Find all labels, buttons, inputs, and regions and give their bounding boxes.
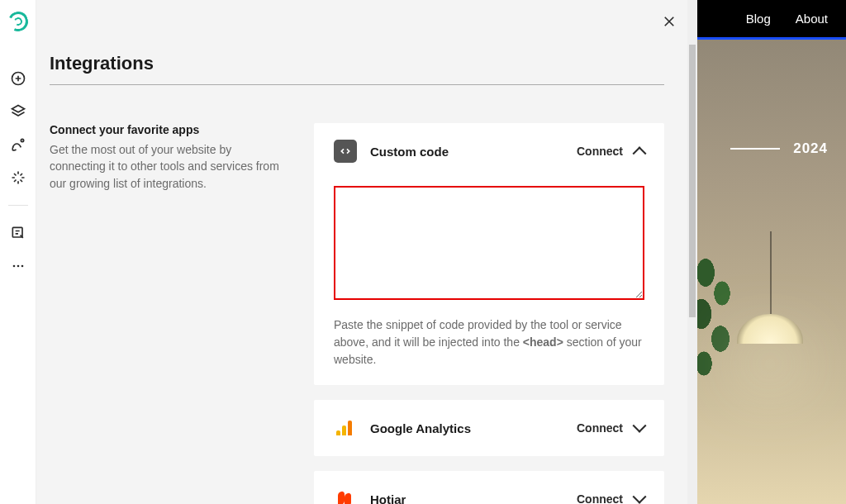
helper-tag: <head> bbox=[523, 335, 563, 349]
title-divider bbox=[50, 84, 664, 85]
sparkle-icon[interactable] bbox=[9, 169, 27, 187]
year-divider bbox=[730, 148, 780, 150]
connect-button-custom-code[interactable]: Connect bbox=[577, 145, 644, 158]
form-icon[interactable] bbox=[9, 224, 27, 242]
nav-link-about[interactable]: About bbox=[796, 12, 828, 26]
chevron-down-icon bbox=[634, 494, 644, 504]
year-label: 2024 bbox=[793, 140, 828, 157]
rail-divider bbox=[8, 205, 28, 206]
integration-card-custom-code: Custom code Connect Paste the snippet of… bbox=[314, 123, 664, 385]
integration-list: Custom code Connect Paste the snippet of… bbox=[314, 123, 664, 504]
intro-heading: Connect your favorite apps bbox=[50, 123, 281, 136]
connect-button-google-analytics[interactable]: Connect bbox=[577, 421, 644, 435]
nav-link-blog[interactable]: Blog bbox=[746, 12, 771, 26]
settings-panel: Integrations Connect your favorite apps … bbox=[36, 0, 697, 504]
svg-point-5 bbox=[21, 265, 23, 268]
close-button[interactable] bbox=[659, 12, 679, 31]
left-tool-rail bbox=[0, 0, 36, 504]
lamp-decor bbox=[720, 231, 820, 397]
code-icon bbox=[334, 140, 357, 163]
panel-scrollbar[interactable] bbox=[687, 0, 697, 504]
scrollbar-thumb[interactable] bbox=[689, 45, 696, 317]
integration-card-google-analytics: Google Analytics Connect bbox=[314, 400, 664, 456]
integration-title: Custom code bbox=[370, 145, 563, 159]
intro-body: Get the most out of your website by conn… bbox=[50, 141, 281, 192]
svg-point-1 bbox=[21, 139, 23, 141]
chevron-down-icon bbox=[634, 423, 644, 433]
hotjar-icon bbox=[334, 487, 357, 504]
connect-label: Connect bbox=[577, 421, 623, 435]
app-logo[interactable] bbox=[5, 9, 31, 35]
integration-card-hotjar: Hotjar Connect bbox=[314, 471, 664, 504]
integration-title: Google Analytics bbox=[370, 421, 563, 435]
custom-code-textarea[interactable] bbox=[334, 186, 644, 300]
intro-block: Connect your favorite apps Get the most … bbox=[50, 123, 281, 504]
connect-button-hotjar[interactable]: Connect bbox=[577, 492, 644, 504]
svg-point-3 bbox=[12, 265, 15, 268]
design-icon[interactable] bbox=[9, 136, 27, 154]
add-icon[interactable] bbox=[9, 69, 27, 88]
svg-point-4 bbox=[17, 265, 19, 268]
chevron-up-icon bbox=[634, 146, 644, 156]
site-preview: Blog About 2024 bbox=[697, 0, 846, 504]
google-analytics-icon bbox=[334, 416, 357, 440]
connect-label: Connect bbox=[577, 145, 623, 158]
panel-scroll[interactable]: Integrations Connect your favorite apps … bbox=[36, 0, 687, 504]
layers-icon[interactable] bbox=[9, 102, 27, 121]
custom-code-helper: Paste the snippet of code provided by th… bbox=[334, 316, 644, 368]
connect-label: Connect bbox=[577, 492, 623, 504]
page-title: Integrations bbox=[50, 53, 664, 74]
integration-title: Hotjar bbox=[370, 492, 563, 505]
preview-navbar: Blog About bbox=[697, 0, 846, 40]
more-icon[interactable] bbox=[9, 257, 27, 275]
